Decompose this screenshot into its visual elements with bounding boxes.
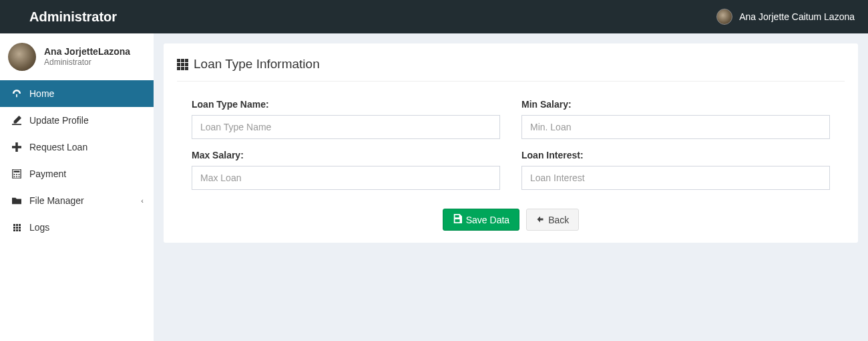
panel-header: Loan Type Information [177,57,845,82]
form-actions: Save Data Back [177,209,845,231]
calculator-icon [11,169,23,179]
max-salary-input[interactable] [192,166,500,190]
sidebar-toggle-button[interactable] [164,1,184,33]
pencil-icon [11,116,23,125]
label-min-salary: Min Salary: [521,99,830,110]
sidebar-link-file-manager[interactable]: File Manager ‹ [0,187,154,214]
sidebar-user-role: Administrator [44,58,130,68]
label-loan-type-name: Loan Type Name: [192,99,500,110]
min-salary-input[interactable] [521,115,830,139]
folder-icon [11,196,23,205]
dashboard-icon [11,89,23,98]
form-group-min-salary: Min Salary: [521,99,830,139]
sidebar-link-update-profile[interactable]: Update Profile [0,107,154,134]
app-logo[interactable]: Administrator [0,0,154,33]
sidebar-item-file-manager: File Manager ‹ [0,187,154,214]
svg-rect-9 [16,177,17,178]
sidebar-user-name: Ana JorjetteLazona [44,45,130,58]
sidebar-item-request-loan: Request Loan [0,134,154,160]
sidebar-item-label: File Manager [29,195,84,206]
page-title: Loan Type Information [194,57,320,72]
svg-rect-5 [14,174,15,175]
svg-rect-6 [16,174,17,175]
svg-rect-4 [14,170,20,173]
form-group-loan-interest: Loan Interest: [521,150,830,190]
label-max-salary: Max Salary: [192,150,500,160]
avatar [716,9,732,25]
sidebar-item-home: Home [0,80,154,107]
sidebar-item-label: Payment [29,168,66,179]
svg-rect-7 [19,174,20,175]
loan-type-name-input[interactable] [192,115,500,139]
plus-icon [11,142,23,152]
sidebar-item-update-profile: Update Profile [0,107,154,134]
content-wrapper: Loan Type Information Loan Type Name: Mi… [154,33,868,341]
app-logo-text: Administrator [29,9,117,25]
panel-loan-type-info: Loan Type Information Loan Type Name: Mi… [164,43,858,243]
grid-icon [11,224,23,231]
sidebar-link-request-loan[interactable]: Request Loan [0,134,154,160]
top-navbar: Ana Jorjette Caitum Lazona [154,0,868,33]
save-button-label: Save Data [466,215,509,225]
avatar [8,43,36,71]
user-menu[interactable]: Ana Jorjette Caitum Lazona [716,9,858,25]
svg-rect-10 [19,177,20,178]
label-loan-interest: Loan Interest: [521,150,830,160]
sidebar-item-label: Update Profile [29,115,89,126]
form-group-max-salary: Max Salary: [192,150,500,190]
sidebar-link-home[interactable]: Home [0,80,154,107]
sidebar-item-label: Request Loan [29,142,87,152]
back-button[interactable]: Back [526,209,579,231]
chevron-left-icon: ‹ [141,197,144,205]
save-icon [453,214,462,225]
user-menu-name: Ana Jorjette Caitum Lazona [739,11,855,22]
sidebar-item-payment: Payment [0,160,154,187]
loan-interest-input[interactable] [521,166,830,190]
svg-rect-8 [14,177,15,178]
sidebar-link-payment[interactable]: Payment [0,160,154,187]
main-header: Administrator Ana Jorjette Caitum Lazona [0,0,868,33]
sidebar-item-logs: Logs [0,214,154,241]
sidebar-item-label: Home [29,88,54,99]
sidebar-menu: Home Update Profile Request Loan [0,80,154,241]
arrow-left-icon [536,215,544,225]
save-button[interactable]: Save Data [443,209,519,231]
main-sidebar: Ana JorjetteLazona Administrator Home Up… [0,33,154,341]
sidebar-item-label: Logs [29,222,49,233]
form-group-loan-type-name: Loan Type Name: [192,99,500,139]
back-button-label: Back [548,215,569,225]
grid-icon [177,59,188,70]
sidebar-link-logs[interactable]: Logs [0,214,154,241]
sidebar-user-panel: Ana JorjetteLazona Administrator [0,33,154,80]
